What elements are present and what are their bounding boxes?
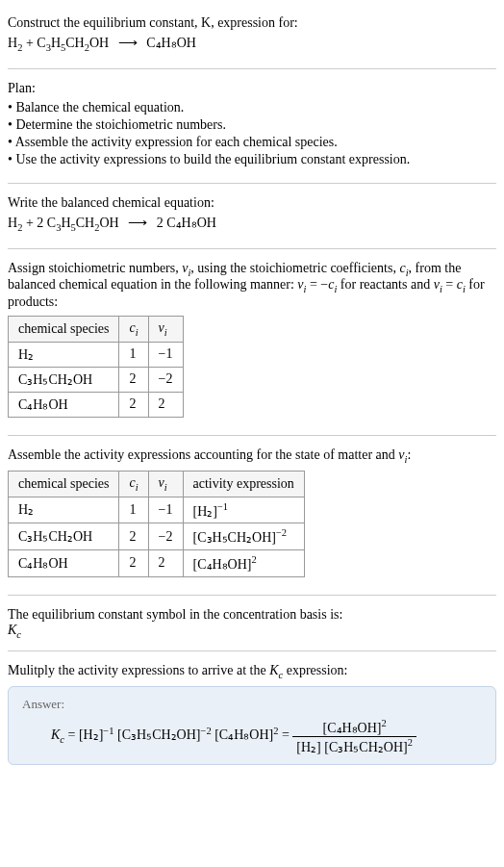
c3h5ch2oh: C3H5CH2OH (37, 36, 109, 50)
header-section: Construct the equilibrium constant, K, e… (8, 8, 496, 64)
balanced-section: Write the balanced chemical equation: H2… (8, 188, 496, 244)
plan-item: • Determine the stoichiometric numbers. (8, 117, 496, 133)
numerator: [C₄H₈OH]2 (292, 718, 416, 737)
cell-species: C₃H₅CH₂OH (9, 367, 119, 392)
prompt: Construct the equilibrium constant, K, e… (8, 15, 298, 30)
divider (8, 650, 496, 651)
stoich-section: Assign stoichiometric numbers, νi, using… (8, 253, 496, 431)
c3h5ch2oh: C3H5CH2OH (47, 216, 119, 230)
unbalanced-equation: H2 + C3H5CH2OH ⟶ C₄H₈OH (8, 35, 496, 53)
h2: H2 (8, 216, 22, 230)
cell-species: C₃H₅CH₂OH (9, 523, 119, 550)
divider (8, 435, 496, 436)
plan-heading: Plan: (8, 81, 496, 96)
cell-ci: 2 (119, 523, 148, 550)
arrow-icon: ⟶ (118, 35, 138, 51)
symbol-section: The equilibrium constant symbol in the c… (8, 599, 496, 648)
stoich-text: Assign stoichiometric numbers, νi, using… (8, 261, 496, 311)
table-row: C₃H₅CH₂OH 2 −2 (9, 367, 184, 392)
col-species: chemical species (9, 317, 119, 343)
cell-species: C₄H₈OH (9, 549, 119, 576)
fraction: [C₄H₈OH]2[H₂] [C₃H₅CH₂OH]2 (292, 718, 416, 754)
table-row: C₄H₈OH 2 2 [C₄H₈OH]2 (9, 549, 305, 576)
col-nui: νi (148, 317, 183, 343)
arrow-icon: ⟶ (128, 215, 147, 231)
h2: H2 (8, 36, 22, 50)
table-row: H₂ 1 −1 (9, 342, 184, 367)
c4h8oh: C₄H₈OH (166, 216, 216, 230)
plan-item: • Balance the chemical equation. (8, 100, 496, 115)
balanced-equation: H2 + 2 C3H5CH2OH ⟶ 2 C₄H₈OH (8, 215, 496, 233)
divider (8, 68, 496, 69)
cell-ci: 1 (119, 497, 148, 523)
activity-table: chemical species ci νi activity expressi… (8, 471, 305, 577)
activity-section: Assemble the activity expressions accoun… (8, 440, 496, 591)
answer-label: Answer: (22, 697, 482, 712)
plan-section: Plan: • Balance the chemical equation. •… (8, 73, 496, 179)
cell-activity: [C₃H₅CH₂OH]−2 (183, 523, 304, 550)
multiply-section: Mulitply the activity expressions to arr… (8, 655, 496, 773)
table-row: C₄H₈OH 2 2 (9, 392, 184, 417)
col-activity: activity expression (183, 471, 304, 497)
balanced-heading: Write the balanced chemical equation: (8, 195, 496, 211)
prompt-text: Construct the equilibrium constant, K, e… (8, 15, 496, 31)
table-header-row: chemical species ci νi activity expressi… (9, 471, 305, 497)
table-row: C₃H₅CH₂OH 2 −2 [C₃H₅CH₂OH]−2 (9, 523, 305, 550)
col-ci: ci (119, 471, 148, 497)
c4h8oh: C₄H₈OH (146, 36, 196, 50)
col-species: chemical species (9, 471, 119, 497)
answer-equation: Kc = [H₂]−1 [C₃H₅CH₂OH]−2 [C₄H₈OH]2 = [C… (22, 718, 482, 754)
table-header-row: chemical species ci νi (9, 317, 184, 343)
cell-nui: 2 (148, 392, 183, 417)
divider (8, 595, 496, 596)
plan-list: • Balance the chemical equation. • Deter… (8, 100, 496, 167)
cell-activity: [H₂]−1 (183, 497, 304, 523)
cell-ci: 2 (119, 392, 148, 417)
divider (8, 248, 496, 249)
cell-ci: 1 (119, 342, 148, 367)
cell-species: H₂ (9, 497, 119, 523)
col-nui: νi (148, 471, 183, 497)
answer-box: Answer: Kc = [H₂]−1 [C₃H₅CH₂OH]−2 [C₄H₈O… (8, 686, 496, 765)
cell-nui: −2 (148, 523, 183, 550)
col-ci: ci (119, 317, 148, 343)
table-row: H₂ 1 −1 [H₂]−1 (9, 497, 305, 523)
cell-ci: 2 (119, 367, 148, 392)
plan-item: • Use the activity expressions to build … (8, 152, 496, 167)
cell-nui: −1 (148, 342, 183, 367)
cell-activity: [C₄H₈OH]2 (183, 549, 304, 576)
cell-species: C₄H₈OH (9, 392, 119, 417)
cell-nui: −1 (148, 497, 183, 523)
cell-species: H₂ (9, 342, 119, 367)
denominator: [H₂] [C₃H₅CH₂OH]2 (292, 737, 416, 755)
multiply-heading: Mulitply the activity expressions to arr… (8, 663, 496, 680)
cell-nui: 2 (148, 549, 183, 576)
kc-symbol: Kc (8, 623, 496, 640)
stoich-table: chemical species ci νi H₂ 1 −1 C₃H₅CH₂OH… (8, 316, 184, 418)
cell-nui: −2 (148, 367, 183, 392)
activity-heading: Assemble the activity expressions accoun… (8, 447, 496, 465)
plan-item: • Assemble the activity expression for e… (8, 135, 496, 150)
symbol-heading: The equilibrium constant symbol in the c… (8, 607, 496, 623)
divider (8, 183, 496, 184)
cell-ci: 2 (119, 549, 148, 576)
